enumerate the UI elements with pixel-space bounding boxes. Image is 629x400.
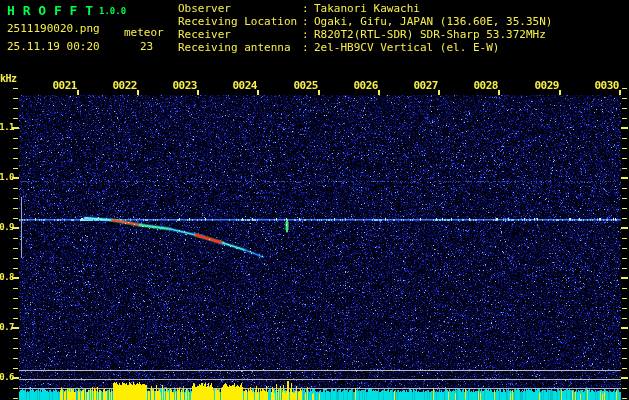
time-label-0027: 0027 — [408, 79, 438, 92]
freq-label-0.8: 0.8 — [0, 272, 14, 282]
hrofft-spectrogram-screenshot: H R O F F T 1.0.0 2511190020.png meteor … — [0, 0, 629, 400]
info-label: Observer — [178, 2, 302, 15]
info-row-location: Receiving Location : Ogaki, Gifu, JAPAN … — [178, 15, 552, 28]
info-value: R820T2(RTL-SDR) SDR-Sharp 53.372MHz — [314, 28, 546, 41]
info-separator: : — [302, 15, 314, 28]
time-label-0030: 0030 — [589, 79, 619, 92]
info-label: Receiving Location — [178, 15, 302, 28]
echo-count: 23 — [140, 40, 153, 53]
info-label: Receiver — [178, 28, 302, 41]
spectrogram-canvas — [0, 0, 629, 400]
time-label-0026: 0026 — [348, 79, 378, 92]
info-label: Receiving antenna — [178, 41, 302, 54]
freq-label-1.1: 1.1 — [0, 122, 14, 132]
freq-label-0.9: 0.9 — [0, 222, 14, 232]
info-value: 2el-HB9CV Vertical (el. E-W) — [314, 41, 499, 54]
freq-label-0.7: 0.7 — [0, 322, 14, 332]
time-label-0021: 0021 — [47, 79, 77, 92]
info-row-receiver: Receiver : R820T2(RTL-SDR) SDR-Sharp 53.… — [178, 28, 552, 41]
freq-label-0.6: 0.6 — [0, 372, 14, 382]
info-row-antenna: Receiving antenna : 2el-HB9CV Vertical (… — [178, 41, 552, 54]
time-label-0024: 0024 — [227, 79, 257, 92]
info-row-observer: Observer : Takanori Kawachi — [178, 2, 552, 15]
mode-label: meteor — [124, 26, 164, 39]
time-label-0028: 0028 — [468, 79, 498, 92]
output-filename: 2511190020.png — [7, 22, 100, 35]
station-info: Observer : Takanori Kawachi Receiving Lo… — [178, 2, 552, 54]
freq-label-1.0: 1.0 — [0, 172, 14, 182]
app-title: H R O F F T — [7, 3, 93, 18]
info-separator: : — [302, 41, 314, 54]
time-label-0022: 0022 — [107, 79, 137, 92]
time-label-0023: 0023 — [167, 79, 197, 92]
info-separator: : — [302, 2, 314, 15]
info-value: Ogaki, Gifu, JAPAN (136.60E, 35.35N) — [314, 15, 552, 28]
time-label-0029: 0029 — [529, 79, 559, 92]
app-version: 1.0.0 — [99, 6, 126, 16]
observation-datetime: 25.11.19 00:20 — [7, 40, 100, 53]
info-separator: : — [302, 28, 314, 41]
time-label-0025: 0025 — [288, 79, 318, 92]
khz-unit-label: kHz — [0, 73, 17, 84]
info-value: Takanori Kawachi — [314, 2, 420, 15]
